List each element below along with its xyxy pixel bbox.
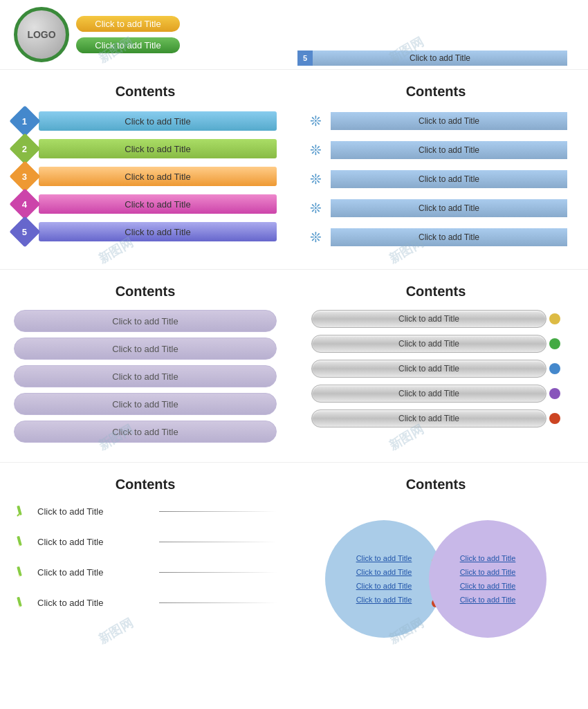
pencil-item-3[interactable]: Click to add Title xyxy=(14,564,277,580)
pencil-icon-4 xyxy=(14,594,30,611)
metal-bar-3[interactable]: Click to add Title xyxy=(311,360,546,378)
diamond-5: 5 xyxy=(9,216,40,247)
metal-bar-4[interactable]: Click to add Title xyxy=(311,385,546,403)
circle-left-link-3[interactable]: Click to add Title xyxy=(356,582,412,590)
icon-bar-3[interactable]: Click to add Title xyxy=(331,170,567,188)
circle-left-link-1[interactable]: Click to add Title xyxy=(356,554,412,562)
metal-bar-2[interactable]: Click to add Title xyxy=(311,335,546,353)
svg-rect-1 xyxy=(17,506,21,516)
circle-left-link-2[interactable]: Click to add Title xyxy=(356,568,412,576)
pencil-item-2[interactable]: Click to add Title xyxy=(14,533,277,550)
pencil-icon-2 xyxy=(14,533,30,550)
icon-bar-1[interactable]: Click to add Title xyxy=(331,112,567,130)
metal-bar-5[interactable]: Click to add Title xyxy=(311,409,546,427)
icon-list-item-1[interactable]: ❊ Click to add Title xyxy=(304,110,567,132)
svg-rect-5 xyxy=(17,567,21,577)
metal-item-2[interactable]: Click to add Title xyxy=(311,335,560,353)
circle-right-link-4[interactable]: Click to add Title xyxy=(460,596,516,604)
pill-item-2[interactable]: Click to add Title xyxy=(14,338,277,360)
section2-left: Contents Click to add Title Click to add… xyxy=(0,277,291,455)
icon-bar-2[interactable]: Click to add Title xyxy=(331,141,567,159)
colored-list-item-5[interactable]: 5 Click to add Title xyxy=(14,221,277,243)
metal-item-4[interactable]: Click to add Title xyxy=(311,385,560,403)
dot-4 xyxy=(549,388,560,399)
pencil-item-4[interactable]: Click to add Title xyxy=(14,594,277,611)
snowflake-icon-4: ❊ xyxy=(304,197,327,219)
section3-left: Contents Click to add Title Click t xyxy=(0,470,291,669)
top-right-list: 5 Click to add Title xyxy=(291,0,581,69)
color-bar-3[interactable]: Click to add Title xyxy=(39,167,277,186)
pill-item-1[interactable]: Click to add Title xyxy=(14,310,277,332)
colored-list-item-3[interactable]: 3 Click to add Title xyxy=(14,165,277,187)
color-bar-5[interactable]: Click to add Title xyxy=(39,222,277,241)
color-bar-1[interactable]: Click to add Title xyxy=(39,111,277,131)
metal-bar-1[interactable]: Click to add Title xyxy=(311,310,546,328)
metal-item-3[interactable]: Click to add Title xyxy=(311,360,560,378)
icon-bar-5[interactable]: Click to add Title xyxy=(331,228,567,246)
logo-area: LOGO Click to add Title Click to add Tit… xyxy=(0,0,291,69)
section3-heading-right: Contents xyxy=(304,477,567,492)
number-badge-5: 5 xyxy=(297,50,313,66)
snowflake-icon-1: ❊ xyxy=(304,110,327,132)
logo-tag-2[interactable]: Click to add Title xyxy=(76,37,180,53)
right-circle: Click to add Title Click to add Title Cl… xyxy=(429,520,546,638)
circle-right-link-1[interactable]: Click to add Title xyxy=(460,554,516,562)
colored-list-item-2[interactable]: 2 Click to add Title xyxy=(14,138,277,160)
section2-heading-left: Contents xyxy=(14,284,277,300)
section1-left: Contents 1 Click to add Title 2 Click to… xyxy=(0,77,291,262)
section2-right: Contents Click to add Title Click to add… xyxy=(291,277,581,455)
pencil-line-4 xyxy=(159,602,277,603)
logo-circle: LOGO xyxy=(14,7,69,62)
icon-list-item-2[interactable]: ❊ Click to add Title xyxy=(304,139,567,161)
section1-heading-right: Contents xyxy=(304,84,567,100)
logo-tags: Click to add Title Click to add Title xyxy=(76,16,180,53)
dot-2 xyxy=(549,338,560,349)
color-bar-4[interactable]: Click to add Title xyxy=(39,194,277,214)
color-bar-2[interactable]: Click to add Title xyxy=(39,139,277,158)
svg-rect-7 xyxy=(17,597,21,607)
pill-item-4[interactable]: Click to add Title xyxy=(14,393,277,415)
logo-tag-1[interactable]: Click to add Title xyxy=(76,16,180,32)
section1-right: Contents ❊ Click to add Title ❊ Click to… xyxy=(291,77,581,262)
circle-right-link-3[interactable]: Click to add Title xyxy=(460,582,516,590)
snowflake-icon-2: ❊ xyxy=(304,139,327,161)
snowflake-icon-5: ❊ xyxy=(304,226,327,248)
metal-item-5[interactable]: Click to add Title xyxy=(311,409,560,427)
pencil-line-2 xyxy=(159,542,277,542)
colored-list-item-4[interactable]: 4 Click to add Title xyxy=(14,193,277,215)
diamond-1: 1 xyxy=(9,105,40,136)
pencil-line-1 xyxy=(159,511,277,512)
svg-rect-3 xyxy=(17,536,21,546)
pencil-item-1[interactable]: Click to add Title xyxy=(14,503,277,519)
dot-5 xyxy=(549,413,560,424)
title-bar-5[interactable]: Click to add Title xyxy=(313,50,567,66)
top-list-item[interactable]: 5 Click to add Title xyxy=(297,50,567,66)
section1-heading-left: Contents xyxy=(14,84,277,100)
section3-right: Contents Click to add Title Click to add… xyxy=(291,470,581,669)
diamond-4: 4 xyxy=(9,188,40,219)
dot-1 xyxy=(549,313,560,324)
icon-list-item-4[interactable]: ❊ Click to add Title xyxy=(304,197,567,219)
circle-diagram: Click to add Title Click to add Title Cl… xyxy=(304,503,567,662)
pencil-icon-1 xyxy=(14,503,30,519)
pill-item-3[interactable]: Click to add Title xyxy=(14,365,277,387)
section3-heading-left: Contents xyxy=(14,477,277,492)
icon-list-item-3[interactable]: ❊ Click to add Title xyxy=(304,168,567,190)
circle-left-link-4[interactable]: Click to add Title xyxy=(356,596,412,604)
diamond-2: 2 xyxy=(9,133,40,164)
metal-item-1[interactable]: Click to add Title xyxy=(311,310,560,328)
circle-right-link-2[interactable]: Click to add Title xyxy=(460,568,516,576)
snowflake-icon-3: ❊ xyxy=(304,168,327,190)
icon-bar-4[interactable]: Click to add Title xyxy=(331,199,567,217)
dot-3 xyxy=(549,363,560,374)
pencil-icon-3 xyxy=(14,564,30,580)
diamond-3: 3 xyxy=(9,160,40,192)
icon-list-item-5[interactable]: ❊ Click to add Title xyxy=(304,226,567,248)
pencil-line-3 xyxy=(159,572,277,573)
left-circle: Click to add Title Click to add Title Cl… xyxy=(325,520,443,638)
section2-heading-right: Contents xyxy=(311,284,560,300)
colored-list-item-1[interactable]: 1 Click to add Title xyxy=(14,110,277,132)
pill-item-5[interactable]: Click to add Title xyxy=(14,421,277,443)
